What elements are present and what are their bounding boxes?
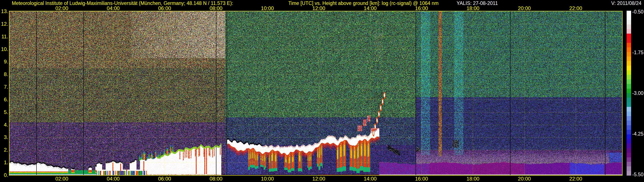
time-tick-bottom: 04:00 (104, 176, 123, 182)
height-tick: 6. (0, 96, 8, 102)
time-tick-top: 20:00 (515, 5, 534, 11)
time-tick-top: 04:00 (104, 5, 123, 11)
colorbar-step (626, 93, 631, 98)
colorbar-step (626, 24, 631, 29)
height-tick: 7. (0, 84, 8, 90)
time-tick-bottom: 08:00 (206, 176, 226, 182)
colorbar-step (626, 102, 631, 107)
time-tick-top: 02:00 (52, 5, 72, 11)
time-tick-bottom: 10:00 (258, 176, 277, 182)
height-tick: 12. (0, 21, 8, 27)
height-tick: 4. (0, 122, 8, 128)
colorbar-step (626, 98, 631, 102)
height-tick: 0. (0, 172, 8, 178)
colorbar-label: -4.25 (632, 131, 643, 137)
colorbar-step (626, 157, 631, 162)
colorbar-label: -3.00 (632, 90, 643, 96)
colorbar-step (626, 52, 631, 57)
height-tick: 9. (0, 59, 8, 65)
time-tick-top: 10:00 (258, 5, 277, 11)
height-tick: 11. (0, 34, 8, 40)
colorbar-step (626, 153, 631, 157)
colorbar-step (626, 171, 631, 176)
colorbar-step (626, 134, 631, 139)
time-tick-bottom: 12:00 (309, 176, 328, 182)
colorbar-step (626, 66, 631, 70)
time-tick-bottom: 18:00 (463, 176, 482, 182)
colorbar-step (626, 107, 631, 111)
colorbar-step (626, 38, 631, 43)
colorbar-label: -1.75 (632, 50, 643, 55)
colorbar-step (626, 84, 631, 89)
colorbar-step (626, 139, 631, 143)
time-tick-bottom: 22:00 (566, 176, 586, 182)
colorbar-step (626, 70, 631, 75)
time-tick-bottom: 06:00 (155, 176, 174, 182)
time-tick-bottom: 16:00 (412, 176, 431, 182)
colorbar-step (626, 11, 631, 15)
colorbar-step (626, 80, 631, 84)
time-tick-bottom: 20:00 (515, 176, 534, 182)
colorbar-step (626, 130, 631, 134)
time-tick-top: 18:00 (463, 5, 482, 11)
colorbar-step (626, 34, 631, 38)
height-tick: 13. (0, 8, 8, 14)
time-tick-top: 06:00 (155, 5, 174, 11)
colorbar-step (626, 125, 631, 130)
colorbar-step (626, 47, 631, 52)
header-version: V: 2011/08/24 (611, 0, 642, 6)
colorbar-step (626, 20, 631, 24)
height-tick: 8. (0, 71, 8, 77)
height-tick: 5. (0, 109, 8, 115)
colorbar (626, 11, 631, 176)
colorbar-step (626, 15, 631, 20)
height-tick: 3. (0, 134, 8, 140)
colorbar-step (626, 166, 631, 171)
time-tick-top: 14:00 (360, 5, 380, 11)
height-tick: 1. (0, 160, 8, 166)
time-tick-top: 22:00 (566, 5, 586, 11)
colorbar-step (626, 43, 631, 47)
colorbar-step (626, 111, 631, 116)
colorbar-step (626, 75, 631, 79)
colorbar-step (626, 57, 631, 61)
height-tick: 10. (0, 46, 8, 52)
time-tick-top: 16:00 (412, 5, 431, 11)
colorbar-step (626, 29, 631, 34)
colorbar-step (626, 148, 631, 153)
colorbar-label: -5.50 (632, 172, 643, 177)
colorbar-step (626, 162, 631, 166)
lidar-quicklook-app: Meteorological Institute of Ludwig-Maxim… (0, 0, 644, 182)
time-tick-bottom: 02:00 (52, 176, 72, 182)
colorbar-step (626, 121, 631, 125)
colorbar-step (626, 116, 631, 121)
time-tick-bottom: 14:00 (360, 176, 380, 182)
time-tick-top: 12:00 (309, 5, 328, 11)
colorbar-step (626, 61, 631, 66)
colorbar-step (626, 89, 631, 93)
height-tick: 2. (0, 147, 8, 153)
colorbar-label: -0.50 (632, 9, 643, 14)
heatmap-canvas (10, 11, 622, 175)
time-tick-top: 08:00 (206, 5, 226, 11)
colorbar-step (626, 143, 631, 148)
